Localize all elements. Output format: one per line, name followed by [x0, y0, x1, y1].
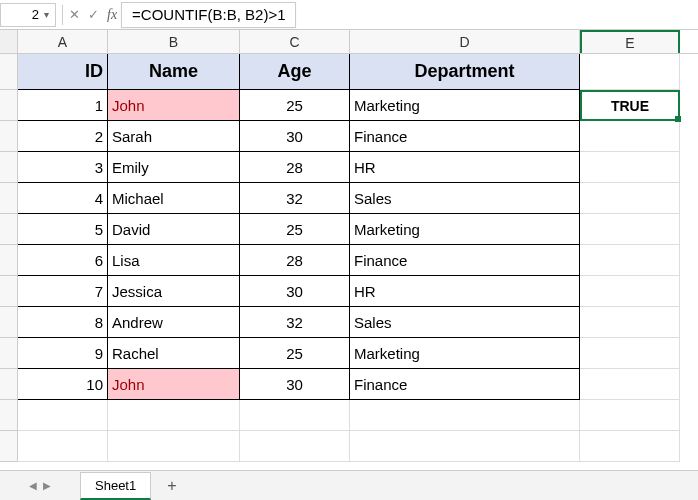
col-header-B[interactable]: B — [108, 30, 240, 53]
row-header[interactable] — [0, 276, 18, 307]
col-header-A[interactable]: A — [18, 30, 108, 53]
cell-empty[interactable] — [580, 431, 680, 462]
cell-id[interactable]: 3 — [18, 152, 108, 183]
formula-bar: 2 ▾ ✕ ✓ fx =COUNTIF(B:B, B2)>1 — [0, 0, 698, 30]
result-cell[interactable]: TRUE — [580, 90, 680, 121]
header-dept[interactable]: Department — [350, 54, 580, 90]
row-header[interactable] — [0, 90, 18, 121]
cell-empty[interactable] — [108, 431, 240, 462]
cell-empty[interactable] — [18, 431, 108, 462]
cell-age[interactable]: 30 — [240, 369, 350, 400]
cell-id[interactable]: 8 — [18, 307, 108, 338]
col-header-E[interactable]: E — [580, 30, 680, 53]
cell-empty[interactable] — [580, 245, 680, 276]
cell-name[interactable]: Emily — [108, 152, 240, 183]
col-header-C[interactable]: C — [240, 30, 350, 53]
row-header[interactable] — [0, 307, 18, 338]
header-age[interactable]: Age — [240, 54, 350, 90]
cell-name[interactable]: Jessica — [108, 276, 240, 307]
cell-name[interactable]: Sarah — [108, 121, 240, 152]
cell-empty[interactable] — [580, 276, 680, 307]
cell-id[interactable]: 2 — [18, 121, 108, 152]
add-sheet-icon[interactable]: + — [167, 477, 176, 495]
tab-nav: ◀ ▶ — [0, 480, 80, 491]
cell-age[interactable]: 25 — [240, 338, 350, 369]
cell-name[interactable]: John — [108, 369, 240, 400]
row-header[interactable] — [0, 183, 18, 214]
cancel-icon[interactable]: ✕ — [69, 7, 80, 22]
sheet-tabs: ◀ ▶ Sheet1 + — [0, 470, 698, 500]
row-header[interactable] — [0, 338, 18, 369]
cell-empty[interactable] — [350, 400, 580, 431]
cell-empty[interactable] — [580, 183, 680, 214]
row-header[interactable] — [0, 369, 18, 400]
cell-dept[interactable]: Marketing — [350, 338, 580, 369]
cell-id[interactable]: 6 — [18, 245, 108, 276]
cell-age[interactable]: 32 — [240, 183, 350, 214]
cell-id[interactable]: 9 — [18, 338, 108, 369]
cell-dept[interactable]: Finance — [350, 121, 580, 152]
row-header[interactable] — [0, 245, 18, 276]
cell-empty[interactable] — [350, 431, 580, 462]
cell-age[interactable]: 25 — [240, 90, 350, 121]
cell-empty[interactable] — [240, 431, 350, 462]
cell-id[interactable]: 1 — [18, 90, 108, 121]
cell-age[interactable]: 32 — [240, 307, 350, 338]
cell-name[interactable]: Andrew — [108, 307, 240, 338]
row-header[interactable] — [0, 54, 18, 90]
cell-name[interactable]: Rachel — [108, 338, 240, 369]
cell-dept[interactable]: HR — [350, 152, 580, 183]
header-name[interactable]: Name — [108, 54, 240, 90]
cell-age[interactable]: 28 — [240, 152, 350, 183]
cell-name[interactable]: David — [108, 214, 240, 245]
cell-empty[interactable] — [18, 400, 108, 431]
chevron-down-icon[interactable]: ▾ — [39, 9, 53, 20]
cell-empty[interactable] — [580, 121, 680, 152]
cell-id[interactable]: 4 — [18, 183, 108, 214]
cell-dept[interactable]: Marketing — [350, 90, 580, 121]
cell-dept[interactable]: HR — [350, 276, 580, 307]
cell-empty[interactable] — [580, 400, 680, 431]
cell-dept[interactable]: Finance — [350, 369, 580, 400]
cell-name[interactable]: Lisa — [108, 245, 240, 276]
cell-empty[interactable] — [580, 338, 680, 369]
grid[interactable]: ID Name Age Department 1 John 25 Marketi… — [0, 54, 698, 462]
row-header[interactable] — [0, 214, 18, 245]
row-header[interactable] — [0, 431, 18, 462]
cell-id[interactable]: 5 — [18, 214, 108, 245]
cell-empty[interactable] — [580, 307, 680, 338]
cell-id[interactable]: 10 — [18, 369, 108, 400]
divider — [62, 5, 63, 25]
name-box[interactable]: 2 ▾ — [0, 3, 56, 27]
select-all-corner[interactable] — [0, 30, 18, 53]
cell-name[interactable]: John — [108, 90, 240, 121]
row-header[interactable] — [0, 152, 18, 183]
cell-empty[interactable] — [240, 400, 350, 431]
cell-dept[interactable]: Marketing — [350, 214, 580, 245]
cell-dept[interactable]: Sales — [350, 307, 580, 338]
formula-text: =COUNTIF(B:B, B2)>1 — [132, 6, 285, 23]
cell-empty[interactable] — [580, 214, 680, 245]
cell-empty[interactable] — [580, 369, 680, 400]
cell-empty[interactable] — [580, 54, 680, 90]
row-header[interactable] — [0, 121, 18, 152]
cell-name[interactable]: Michael — [108, 183, 240, 214]
fx-icon[interactable]: fx — [107, 7, 117, 23]
header-id[interactable]: ID — [18, 54, 108, 90]
row-header[interactable] — [0, 400, 18, 431]
cell-dept[interactable]: Finance — [350, 245, 580, 276]
col-header-D[interactable]: D — [350, 30, 580, 53]
cell-id[interactable]: 7 — [18, 276, 108, 307]
cell-age[interactable]: 30 — [240, 121, 350, 152]
cell-empty[interactable] — [580, 152, 680, 183]
prev-sheet-icon[interactable]: ◀ — [29, 480, 37, 491]
cell-age[interactable]: 30 — [240, 276, 350, 307]
cell-age[interactable]: 28 — [240, 245, 350, 276]
cell-empty[interactable] — [108, 400, 240, 431]
sheet-tab-active[interactable]: Sheet1 — [80, 472, 151, 500]
cell-age[interactable]: 25 — [240, 214, 350, 245]
next-sheet-icon[interactable]: ▶ — [43, 480, 51, 491]
formula-input[interactable]: =COUNTIF(B:B, B2)>1 — [121, 2, 296, 28]
check-icon[interactable]: ✓ — [88, 7, 99, 22]
cell-dept[interactable]: Sales — [350, 183, 580, 214]
